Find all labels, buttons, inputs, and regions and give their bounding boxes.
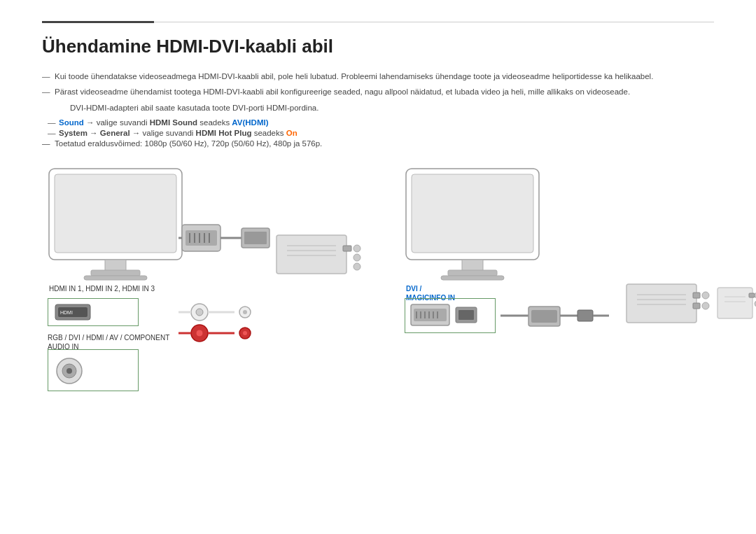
monitor-left-svg xyxy=(42,162,196,281)
svg-rect-46 xyxy=(441,276,504,280)
instructions-section: Sound → valige suvandi HDMI Sound seadek… xyxy=(42,118,714,148)
svg-rect-61 xyxy=(578,310,593,321)
instruction2-on: On xyxy=(286,129,298,137)
svg-rect-34 xyxy=(276,235,346,274)
connector-right-svg xyxy=(500,298,626,368)
paragraph-2: Pärast videoseadme ühendamist tootega HD… xyxy=(42,85,714,98)
instruction2-system: System xyxy=(59,129,88,137)
svg-rect-74 xyxy=(749,293,755,297)
light-line xyxy=(154,22,714,22)
instruction1-sound: Sound xyxy=(59,118,84,127)
green-box-hdmi: HDMI xyxy=(48,298,139,326)
paragraph-1: Kui toode ühendatakse videoseadmega HDMI… xyxy=(42,70,714,83)
instruction-line-2: System → General → valige suvandi HDMI H… xyxy=(42,129,714,137)
instruction1-av-hdmi: AV(HDMI) xyxy=(232,118,268,127)
svg-rect-68 xyxy=(693,303,700,309)
svg-point-39 xyxy=(354,245,360,252)
svg-point-40 xyxy=(354,254,360,261)
svg-point-41 xyxy=(354,263,360,270)
instruction2-general: General xyxy=(100,129,130,137)
body-text-section: Kui toode ühendatakse videoseadmega HDMI… xyxy=(42,70,714,114)
svg-rect-3 xyxy=(91,270,140,276)
svg-rect-1 xyxy=(55,174,176,253)
green-box-dvi xyxy=(405,298,496,333)
svg-rect-43 xyxy=(412,174,533,253)
dvi-port-svg xyxy=(405,299,496,334)
device-right-svg xyxy=(623,277,756,333)
hdmi-port-svg: HDMI xyxy=(48,299,139,327)
svg-point-70 xyxy=(702,302,709,309)
diagram-right: DVI / MAGICINFO IN xyxy=(399,162,714,456)
svg-rect-56 xyxy=(458,310,474,320)
label-hdmi: HDMI IN 1, HDMI IN 2, HDMI IN 3 xyxy=(49,284,155,293)
svg-rect-59 xyxy=(531,310,557,323)
svg-rect-38 xyxy=(343,246,351,251)
instruction2-hot-plug: HDMI Hot Plug xyxy=(196,129,252,137)
svg-rect-48 xyxy=(414,309,447,321)
device-left-svg xyxy=(273,228,364,284)
page-title: Ühendamine HDMI-DVI-kaabli abil xyxy=(42,36,714,57)
paragraph-3: DVI-HDMI-adapteri abil saate kasutada to… xyxy=(42,101,714,114)
diagram-left: HDMI IN 1, HDMI IN 2, HDMI IN 3 HDMI RGB… xyxy=(42,162,357,456)
monitor-right-svg xyxy=(399,162,553,281)
svg-text:HDMI: HDMI xyxy=(60,310,73,315)
svg-rect-71 xyxy=(718,288,752,318)
svg-point-23 xyxy=(196,309,203,316)
svg-point-10 xyxy=(66,368,72,374)
audio-port-svg xyxy=(48,350,139,392)
svg-rect-21 xyxy=(244,232,267,244)
svg-point-31 xyxy=(243,310,247,314)
svg-rect-63 xyxy=(626,284,696,323)
note-line: — Toetatud eraldusvõimed: 1080p (50/60 H… xyxy=(42,139,714,148)
svg-point-69 xyxy=(702,292,709,299)
dark-line xyxy=(42,21,154,23)
diagram-area: HDMI IN 1, HDMI IN 2, HDMI IN 3 HDMI RGB… xyxy=(42,162,714,456)
svg-point-27 xyxy=(196,330,203,337)
green-box-audio xyxy=(48,349,139,391)
svg-rect-45 xyxy=(448,270,497,276)
svg-rect-67 xyxy=(693,293,700,298)
decorative-top-lines xyxy=(42,21,714,23)
instruction-line-1: Sound → valige suvandi HDMI Sound seadek… xyxy=(42,118,714,127)
instruction1-hdmi-sound: HDMI Sound xyxy=(150,118,197,127)
svg-rect-4 xyxy=(84,276,147,280)
svg-point-33 xyxy=(243,331,247,335)
